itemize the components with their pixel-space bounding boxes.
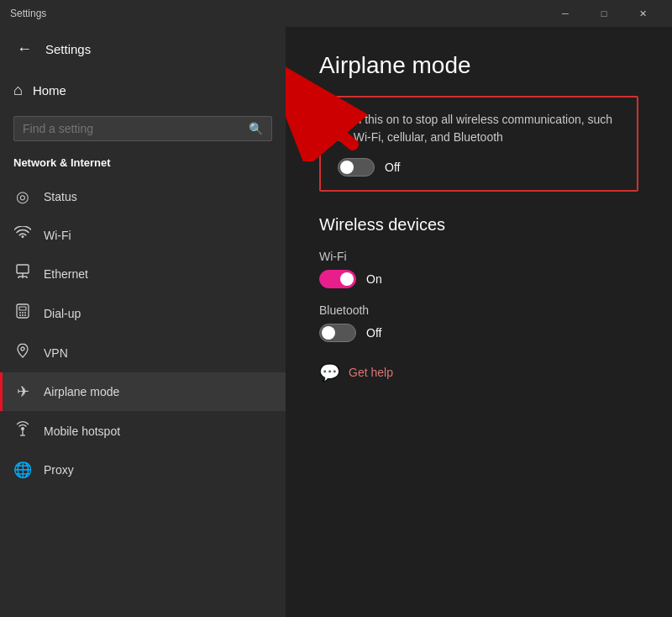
sidebar-item-dialup[interactable]: Dial-up <box>0 293 286 333</box>
airplane-toggle[interactable] <box>338 158 375 177</box>
get-help-icon: 💬 <box>319 362 340 382</box>
sidebar-item-ethernet[interactable]: Ethernet <box>0 254 286 293</box>
bluetooth-toggle[interactable] <box>319 324 356 342</box>
sidebar-item-label: Airplane mode <box>44 385 119 398</box>
maximize-button[interactable]: □ <box>585 0 623 27</box>
search-input[interactable] <box>23 122 242 135</box>
main-container: ← Settings ⌂ Home 🔍 Network & Internet ◎… <box>0 27 672 617</box>
app-title: Settings <box>10 8 546 19</box>
search-container: 🔍 <box>0 109 286 151</box>
search-button[interactable]: 🔍 <box>249 122 263 135</box>
proxy-icon: 🌐 <box>13 461 32 479</box>
sidebar-item-label: Dial-up <box>44 307 81 320</box>
home-item[interactable]: ⌂ Home <box>0 71 286 109</box>
back-button[interactable]: ← <box>13 37 35 61</box>
sidebar-app-title: Settings <box>45 42 91 56</box>
svg-point-14 <box>21 347 24 351</box>
toggle-knob <box>322 326 335 340</box>
svg-rect-7 <box>19 307 26 310</box>
titlebar: Settings ─ □ ✕ <box>0 0 672 27</box>
close-button[interactable]: ✕ <box>623 0 662 27</box>
content-area: Airplane mode Turn this on to stop all w… <box>286 27 672 617</box>
wifi-device-name: Wi-Fi <box>319 250 638 263</box>
wifi-device-item: Wi-Fi On <box>319 250 638 288</box>
airplane-mode-box: Turn this on to stop all wireless commun… <box>319 96 638 192</box>
sidebar-item-wifi[interactable]: Wi-Fi <box>0 216 286 254</box>
home-icon: ⌂ <box>13 82 23 99</box>
airplane-toggle-row: Off <box>338 158 620 177</box>
svg-point-12 <box>22 314 24 316</box>
ethernet-icon <box>13 264 32 283</box>
minimize-button[interactable]: ─ <box>546 0 585 27</box>
svg-point-9 <box>22 312 24 314</box>
svg-point-11 <box>19 314 21 316</box>
sidebar-item-label: VPN <box>44 346 68 360</box>
sidebar-item-label: Proxy <box>44 463 74 477</box>
get-help-label: Get help <box>349 366 393 379</box>
svg-point-10 <box>24 312 26 314</box>
sidebar-item-airplane[interactable]: ✈ Airplane mode <box>0 372 286 411</box>
airplane-icon: ✈ <box>13 382 32 401</box>
airplane-description: Turn this on to stop all wireless commun… <box>338 111 620 146</box>
sidebar-item-label: Mobile hotspot <box>44 425 120 438</box>
page-title: Airplane mode <box>319 52 638 79</box>
bluetooth-toggle-row: Off <box>319 324 638 342</box>
status-icon: ◎ <box>13 187 32 206</box>
toggle-knob <box>340 272 354 286</box>
toggle-knob <box>340 161 354 174</box>
svg-point-8 <box>19 312 21 314</box>
wifi-icon <box>13 226 32 244</box>
svg-rect-0 <box>17 265 29 273</box>
dialup-icon <box>13 303 32 323</box>
vpn-icon <box>13 343 32 362</box>
home-label: Home <box>33 83 66 98</box>
sidebar-item-label: Wi-Fi <box>44 229 71 242</box>
svg-point-15 <box>21 427 24 430</box>
wifi-toggle-label: On <box>366 272 382 286</box>
svg-point-13 <box>24 314 26 316</box>
bluetooth-device-item: Bluetooth Off <box>319 303 638 342</box>
search-box: 🔍 <box>13 116 272 141</box>
sidebar-item-label: Ethernet <box>44 267 88 281</box>
window-controls: ─ □ ✕ <box>546 0 662 27</box>
sidebar-item-proxy[interactable]: 🌐 Proxy <box>0 451 286 489</box>
wifi-toggle[interactable] <box>319 270 356 288</box>
section-label: Network & Internet <box>0 151 286 177</box>
bluetooth-toggle-label: Off <box>366 326 381 340</box>
wifi-toggle-row: On <box>319 270 638 288</box>
sidebar-header: ← Settings <box>0 27 286 71</box>
bluetooth-device-name: Bluetooth <box>319 303 638 317</box>
hotspot-icon <box>13 421 32 440</box>
nav-list: ◎ Status Wi-Fi <box>0 177 286 489</box>
sidebar-item-status[interactable]: ◎ Status <box>0 177 286 216</box>
sidebar-item-label: Status <box>44 190 77 203</box>
sidebar: ← Settings ⌂ Home 🔍 Network & Internet ◎… <box>0 27 286 617</box>
airplane-toggle-label: Off <box>385 161 400 174</box>
get-help[interactable]: 💬 Get help <box>319 362 638 382</box>
sidebar-item-vpn[interactable]: VPN <box>0 333 286 372</box>
sidebar-item-hotspot[interactable]: Mobile hotspot <box>0 411 286 451</box>
wireless-devices-title: Wireless devices <box>319 215 638 235</box>
